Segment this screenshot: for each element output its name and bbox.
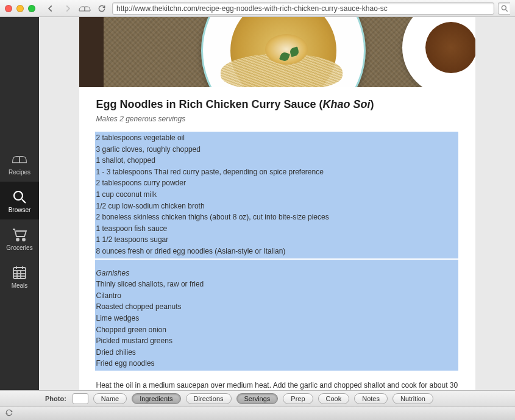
tag-pill-directions[interactable]: Directions <box>186 393 232 404</box>
tag-pill-row: NameIngredientsDirectionsServingsPrepCoo… <box>93 393 433 404</box>
svg-point-0 <box>502 5 506 10</box>
ingredient-line: 1 - 3 tablespoons Thai red curry paste, … <box>95 166 458 178</box>
close-window-button[interactable] <box>5 5 12 12</box>
sidebar-label: Recipes <box>9 169 30 176</box>
browser-viewport: Egg Noodles in Rich Chicken Curry Sauce … <box>39 17 515 390</box>
garnishes-heading: Garnishes <box>95 268 458 279</box>
search-field[interactable] <box>498 2 510 15</box>
window-controls <box>5 5 35 12</box>
ingredient-line: 1 1/2 teaspoons sugar <box>95 234 458 246</box>
svg-line-3 <box>22 199 26 203</box>
tag-pill-ingredients[interactable]: Ingredients <box>132 393 180 404</box>
svg-line-1 <box>505 9 507 11</box>
svg-point-2 <box>14 191 23 200</box>
sidebar-item-recipes[interactable]: Recipes <box>0 144 39 182</box>
search-icon <box>11 188 28 205</box>
recipe-instructions: Heat the oil in a medium saucepan over m… <box>96 380 458 390</box>
bookmarks-icon[interactable] <box>78 2 91 15</box>
garnish-line: Roasted chopped peanuts <box>95 301 458 313</box>
sidebar-label: Meals <box>12 282 28 289</box>
title-prefix: Egg Noodles in Rich Chicken Curry Sauce … <box>96 98 323 110</box>
ingredient-line: 1 shallot, chopped <box>95 155 458 166</box>
sync-icon[interactable] <box>5 408 13 419</box>
ingredient-line: 1 cup coconut milk <box>95 189 458 201</box>
svg-point-5 <box>23 238 25 241</box>
tag-pill-prep[interactable]: Prep <box>283 393 313 404</box>
sidebar-item-browser[interactable]: Browser <box>0 182 39 219</box>
tag-pill-nutrition[interactable]: Nutrition <box>392 393 433 404</box>
garnish-line: Dried chilies <box>95 347 458 358</box>
garnish-line: Lime wedges <box>95 313 458 324</box>
clip-tag-bar: Photo: NameIngredientsDirectionsServings… <box>0 390 515 407</box>
url-field[interactable] <box>112 2 494 15</box>
book-icon <box>11 151 28 168</box>
ingredient-line: 1/2 cup low-sodium chicken broth <box>95 201 458 212</box>
sidebar-label: Groceries <box>6 244 32 251</box>
ingredients-selection[interactable]: 2 tablespoons vegetable oil3 garlic clov… <box>95 132 458 258</box>
tag-pill-cook[interactable]: Cook <box>318 393 350 404</box>
title-suffix: ) <box>371 98 374 110</box>
garnishes-selection[interactable]: GarnishesThinly sliced shallots, raw or … <box>95 260 458 371</box>
recipe-hero-image <box>79 17 475 87</box>
svg-rect-6 <box>13 268 26 279</box>
recipe-title: Egg Noodles in Rich Chicken Curry Sauce … <box>96 98 458 111</box>
sidebar-item-groceries[interactable]: Groceries <box>0 219 39 257</box>
cart-icon <box>11 226 28 243</box>
forward-button[interactable] <box>61 2 74 15</box>
photo-label: Photo: <box>45 395 66 402</box>
title-italic: Khao Soi <box>323 98 371 110</box>
tag-pill-servings[interactable]: Servings <box>236 393 279 404</box>
garnish-line: Thinly sliced shallots, raw or fried <box>95 279 458 290</box>
ingredient-line: 2 tablespoons curry powder <box>95 177 458 189</box>
garnish-line: Chopped green onion <box>95 324 458 336</box>
ingredient-line: 2 boneless skinless chicken thighs (abou… <box>95 212 458 223</box>
garnish-line: Cilantro <box>95 290 458 302</box>
window-status-bar <box>0 407 515 420</box>
recipe-article: Egg Noodles in Rich Chicken Curry Sauce … <box>79 17 475 390</box>
sidebar-label: Browser <box>9 207 31 213</box>
app-sidebar: Recipes Browser Groceries <box>0 17 39 390</box>
garnish-line: Fried egg noodles <box>95 358 458 369</box>
photo-dropzone[interactable] <box>73 393 88 404</box>
minimize-window-button[interactable] <box>16 5 24 12</box>
tag-pill-name[interactable]: Name <box>93 393 127 404</box>
reload-button[interactable] <box>95 2 108 15</box>
zoom-window-button[interactable] <box>28 5 35 12</box>
ingredient-line: 8 ounces fresh or dried egg noodles (Asi… <box>95 246 458 257</box>
recipe-servings: Makes 2 generous servings <box>96 115 458 123</box>
sidebar-item-meals[interactable]: Meals <box>0 257 39 295</box>
browser-toolbar <box>0 0 515 17</box>
ingredient-line: 2 tablespoons vegetable oil <box>95 132 458 144</box>
garnish-line: Pickled mustard greens <box>95 335 458 347</box>
svg-point-4 <box>16 238 19 241</box>
tag-pill-notes[interactable]: Notes <box>354 393 388 404</box>
ingredient-line: 3 garlic cloves, roughly chopped <box>95 144 458 155</box>
calendar-icon <box>11 264 28 281</box>
ingredient-line: 1 teaspoon fish sauce <box>95 223 458 235</box>
back-button[interactable] <box>44 2 57 15</box>
